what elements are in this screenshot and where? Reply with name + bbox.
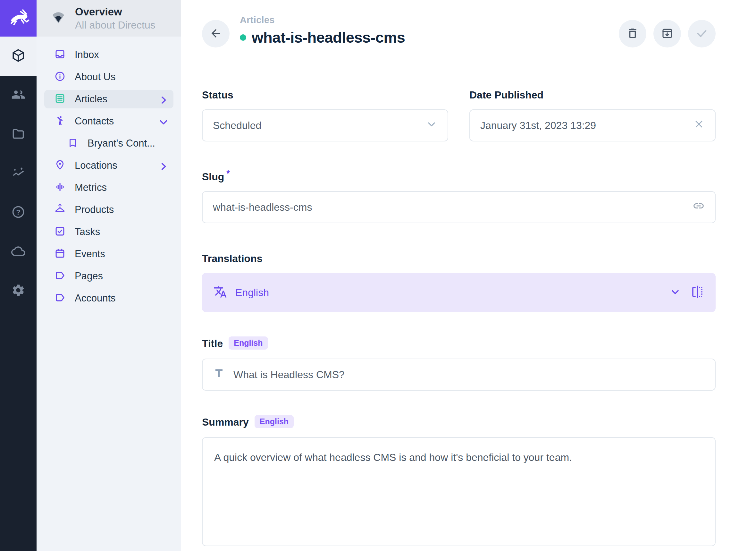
rabbit-icon xyxy=(7,6,30,30)
nav-item-label: Tasks xyxy=(75,226,100,238)
translations-row[interactable]: English xyxy=(202,273,716,312)
nav-sidebar: Overview All about Directus Inbox xyxy=(37,0,181,551)
directus-logo[interactable] xyxy=(0,0,37,37)
date-published-input[interactable]: January 31st, 2023 13:29 xyxy=(469,109,716,141)
module-insights[interactable] xyxy=(0,154,37,193)
trend-sparkle-icon xyxy=(11,166,25,181)
status-select[interactable]: Scheduled xyxy=(202,109,448,141)
collection-nav: Inbox About Us xyxy=(37,37,181,311)
nav-item-label: Locations xyxy=(75,160,117,171)
hanger-icon xyxy=(55,204,65,216)
info-icon xyxy=(55,71,65,83)
chevron-right-icon xyxy=(158,161,167,170)
archive-button[interactable] xyxy=(653,20,681,47)
module-docs[interactable]: ? xyxy=(0,193,37,232)
slug-value: what-is-headless-cms xyxy=(213,201,693,213)
summary-value: A quick overview of what headless CMS is… xyxy=(214,452,572,463)
title-block: Articles what-is-headless-cms xyxy=(240,15,405,46)
inbox-icon xyxy=(55,49,65,61)
language-badge: English xyxy=(255,415,294,428)
module-cloud[interactable] xyxy=(0,232,37,271)
page-header: Articles what-is-headless-cms xyxy=(202,13,716,47)
nav-item-bryants-contacts[interactable]: Bryant's Cont... xyxy=(44,134,173,153)
save-button[interactable] xyxy=(688,20,716,47)
svg-text:?: ? xyxy=(16,208,21,216)
map-pin-icon xyxy=(55,159,65,171)
nav-item-locations[interactable]: Locations xyxy=(44,156,173,175)
required-marker: * xyxy=(226,169,230,179)
link-icon xyxy=(693,200,705,214)
help-icon: ? xyxy=(11,205,25,220)
people-icon xyxy=(11,88,25,103)
split-view-icon[interactable] xyxy=(691,285,704,300)
field-label: Slug xyxy=(202,171,224,183)
nav-item-label: Bryant's Cont... xyxy=(88,138,155,149)
status-value: Scheduled xyxy=(213,120,426,131)
label-tag-icon xyxy=(55,292,65,305)
language-badge: English xyxy=(229,337,268,350)
nav-item-label: Accounts xyxy=(75,293,116,304)
equalizer-icon xyxy=(55,181,65,194)
trash-icon xyxy=(626,27,639,41)
summary-textarea[interactable]: A quick overview of what headless CMS is… xyxy=(202,437,716,546)
field-summary: Summary English A quick overview of what… xyxy=(202,416,716,546)
project-header[interactable]: Overview All about Directus xyxy=(37,0,181,37)
slug-input[interactable]: what-is-headless-cms xyxy=(202,191,716,223)
nav-item-pages[interactable]: Pages xyxy=(44,267,173,286)
field-label: Summary xyxy=(202,416,249,428)
chevron-down-icon xyxy=(158,117,167,126)
nav-item-tasks[interactable]: Tasks xyxy=(44,222,173,241)
cloud-icon xyxy=(11,244,25,259)
nav-item-products[interactable]: Products xyxy=(44,200,173,219)
project-subtitle: All about Directus xyxy=(75,19,155,31)
field-label: Date Published xyxy=(469,89,543,101)
field-status: Status Scheduled xyxy=(202,89,448,141)
field-label: Translations xyxy=(202,253,263,264)
calendar-icon xyxy=(55,248,65,260)
field-slug: Slug * what-is-headless-cms xyxy=(202,171,716,223)
nav-item-label: Pages xyxy=(75,270,103,282)
nav-item-label: About Us xyxy=(75,71,116,83)
breadcrumb[interactable]: Articles xyxy=(240,15,405,25)
field-label: Status xyxy=(202,89,233,101)
page-title: what-is-headless-cms xyxy=(252,29,405,46)
item-form: Status Scheduled Date Published January … xyxy=(202,89,716,546)
project-title: Overview xyxy=(75,5,155,18)
header-actions xyxy=(619,20,716,47)
nav-item-articles[interactable]: Articles xyxy=(44,90,173,108)
back-button[interactable] xyxy=(202,20,230,47)
nav-item-about-us[interactable]: About Us xyxy=(44,68,173,86)
module-content[interactable] xyxy=(0,37,37,76)
nav-item-label: Events xyxy=(75,248,105,260)
nav-item-metrics[interactable]: Metrics xyxy=(44,178,173,197)
gear-icon xyxy=(11,283,25,299)
title-input[interactable]: What is Headless CMS? xyxy=(202,359,716,391)
nav-item-label: Metrics xyxy=(75,182,107,193)
task-check-icon xyxy=(55,226,65,238)
article-icon xyxy=(55,93,65,105)
nav-item-label: Inbox xyxy=(75,49,99,61)
project-wedge-icon xyxy=(50,10,66,27)
clear-icon[interactable] xyxy=(693,118,705,132)
delete-button[interactable] xyxy=(619,20,646,47)
field-translations: Translations English xyxy=(202,253,716,312)
title-value: What is Headless CMS? xyxy=(233,369,705,381)
arrow-back-icon xyxy=(209,27,222,41)
module-settings[interactable] xyxy=(0,271,37,311)
nav-item-events[interactable]: Events xyxy=(44,245,173,263)
module-files[interactable] xyxy=(0,115,37,154)
nav-item-contacts[interactable]: Contacts xyxy=(44,112,173,130)
date-published-value: January 31st, 2023 13:29 xyxy=(480,120,693,131)
field-label: Title xyxy=(202,338,223,350)
nav-item-accounts[interactable]: Accounts xyxy=(44,289,173,308)
nav-item-inbox[interactable]: Inbox xyxy=(44,46,173,64)
app-window: ? xyxy=(0,0,756,551)
module-users[interactable] xyxy=(0,76,37,115)
folder-icon xyxy=(11,127,25,142)
main-content: Articles what-is-headless-cms xyxy=(181,0,756,551)
nav-item-label: Articles xyxy=(75,93,107,105)
chevron-right-icon xyxy=(158,95,167,104)
field-title: Title English What is Headless CMS? xyxy=(202,337,716,391)
chevron-down-icon xyxy=(669,286,681,299)
chevron-down-icon xyxy=(426,118,437,132)
